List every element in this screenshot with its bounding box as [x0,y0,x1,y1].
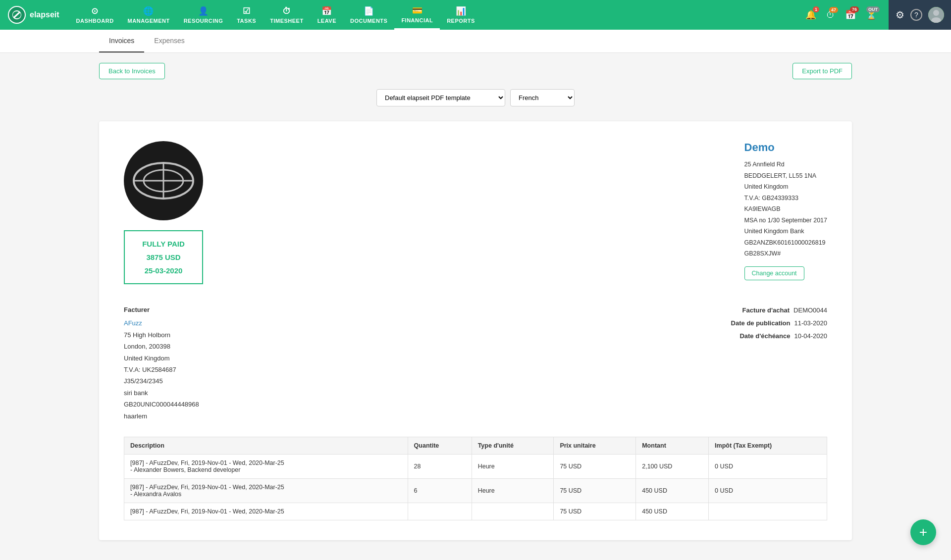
nav-label-leave: LEAVE [317,18,336,24]
nav-icon-reports: 📊 [456,6,467,16]
leave-btn[interactable]: 📅 76 [841,5,860,24]
nav-item-leave[interactable]: 📅LEAVE [311,0,343,30]
paid-stamp: FULLY PAID 3875 USD 25-03-2020 [124,230,203,284]
publication-value: 11-03-2020 [794,317,828,330]
table-header: Prix unitaire [554,437,636,454]
nav-icon-leave: 📅 [321,6,332,16]
table-cell: 2,100 USD [636,454,709,478]
tab-invoices[interactable]: Invoices [99,30,144,52]
logo[interactable]: elapseit [8,6,59,24]
table-header: Impôt (Tax Exempt) [709,437,827,454]
nav-icon-dashboard: ⊙ [91,6,99,16]
dropdown-row: Default elapseit PDF template French Eng… [99,89,852,106]
fab-icon: + [919,524,927,540]
nav-icon-management: 🌐 [143,6,154,16]
table-cell [472,503,554,520]
top-nav: elapseit ⊙DASHBOARD🌐MANAGEMENT👤RESOURCIN… [0,0,951,30]
table-cell: 75 USD [554,454,636,478]
nav-icon-financial: 💳 [412,5,423,16]
nav-icon-tasks: ☑ [243,6,251,16]
template-dropdown[interactable]: Default elapseit PDF template [376,89,505,106]
nav-label-documents: DOCUMENTS [350,18,387,24]
due-value: 10-04-2020 [794,330,828,343]
publication-label: Date de publication [731,317,791,330]
purchase-row: Facture d'achat DEMO0044 [731,304,827,317]
nav-item-tasks[interactable]: ☑TASKS [230,0,263,30]
invoice-header: FULLY PAID 3875 USD 25-03-2020 Demo 25 A… [124,141,827,284]
nav-item-management[interactable]: 🌐MANAGEMENT [121,0,177,30]
table-cell: Heure [472,478,554,503]
nav-label-financial: FINANCIAL [401,17,433,23]
nav-icon-resourcing: 👤 [198,6,209,16]
nav-items: ⊙DASHBOARD🌐MANAGEMENT👤RESOURCING☑TASKS⏱T… [69,0,801,30]
nav-label-dashboard: DASHBOARD [76,18,114,24]
language-dropdown[interactable]: French English [510,89,575,106]
nav-item-dashboard[interactable]: ⊙DASHBOARD [69,0,121,30]
timesheet-btn[interactable]: ⏱ 47 [822,6,839,24]
main-content: Back to Invoices Export to PDF Default e… [0,53,951,560]
table-cell: 0 USD [709,478,827,503]
leave-badge: 76 [850,6,859,12]
timesheet-badge: 47 [829,7,838,13]
help-btn[interactable]: ? [910,9,922,21]
settings-btn[interactable]: ⚙ [896,9,904,21]
table-row: [987] - AFuzzDev, Fri, 2019-Nov-01 - Wed… [124,454,827,478]
logo-icon [8,6,26,24]
table-header: Quantite [408,437,472,454]
facturer-label: Facturer [124,304,199,315]
table-cell [408,503,472,520]
table-cell: 75 USD [554,478,636,503]
table-cell: [987] - AFuzzDev, Fri, 2019-Nov-01 - Wed… [124,454,408,478]
nav-right-panel: ⚙ ? [889,0,951,30]
invoice-card: FULLY PAID 3875 USD 25-03-2020 Demo 25 A… [99,121,852,540]
nav-item-resourcing[interactable]: 👤RESOURCING [177,0,230,30]
due-row: Date d'échéance 10-04-2020 [731,330,827,343]
invoice-table: DescriptionQuantiteType d'unitéPrix unit… [124,437,827,520]
nav-item-documents[interactable]: 📄DOCUMENTS [343,0,394,30]
notification-btn[interactable]: 🔔 1 [801,5,820,24]
back-to-invoices-button[interactable]: Back to Invoices [99,63,165,79]
table-cell: 28 [408,454,472,478]
table-header: Type d'unité [472,437,554,454]
invoice-meta: Facture d'achat DEMO0044 Date de publica… [731,304,827,343]
table-cell [709,503,827,520]
svg-point-1 [933,10,939,16]
change-account-button[interactable]: Change account [744,266,804,280]
nav-item-timesheet[interactable]: ⏱TIMESHEET [263,0,310,30]
table-cell: [987] - AFuzzDev, Fri, 2019-Nov-01 - Wed… [124,503,408,520]
table-row: [987] - AFuzzDev, Fri, 2019-Nov-01 - Wed… [124,503,827,520]
invoice-logo-area: FULLY PAID 3875 USD 25-03-2020 [124,141,203,284]
facturer-company: AFuzz [124,317,199,329]
company-address: 25 Annfield Rd BEDDGELERT, LL55 1NA Unit… [744,159,827,259]
nav-label-resourcing: RESOURCING [184,18,223,24]
table-cell: 75 USD [554,503,636,520]
nav-badges: 🔔 1 ⏱ 47 📅 76 ⏳ OUT [801,5,881,24]
due-label: Date d'échéance [740,330,790,343]
out-badge: OUT [866,6,880,12]
nav-label-reports: REPORTS [447,18,475,24]
company-info: Demo 25 Annfield Rd BEDDGELERT, LL55 1NA… [744,141,827,280]
publication-row: Date de publication 11-03-2020 [731,317,827,330]
table-header: Montant [636,437,709,454]
action-bar: Back to Invoices Export to PDF [99,63,852,79]
purchase-label: Facture d'achat [742,304,790,317]
fab-button[interactable]: + [910,519,936,545]
export-to-pdf-button[interactable]: Export to PDF [792,63,852,79]
tabs-bar: Invoices Expenses [0,30,951,53]
nav-label-tasks: TASKS [237,18,256,24]
table-cell: [987] - AFuzzDev, Fri, 2019-Nov-01 - Wed… [124,478,408,503]
table-cell: 450 USD [636,503,709,520]
brand-name: elapseit [30,10,59,19]
out-btn[interactable]: ⏳ OUT [862,5,881,24]
nav-item-financial[interactable]: 💳FINANCIAL [394,0,440,30]
billing-section: Facturer AFuzz 75 High Holborn London, 2… [124,304,827,422]
nav-item-reports[interactable]: 📊REPORTS [440,0,482,30]
nav-icon-documents: 📄 [364,6,374,16]
table-header: Description [124,437,408,454]
table-cell: 0 USD [709,454,827,478]
tab-expenses[interactable]: Expenses [144,30,194,52]
company-logo [124,141,203,220]
avatar[interactable] [928,7,944,23]
company-name: Demo [744,141,827,154]
table-cell: 6 [408,478,472,503]
